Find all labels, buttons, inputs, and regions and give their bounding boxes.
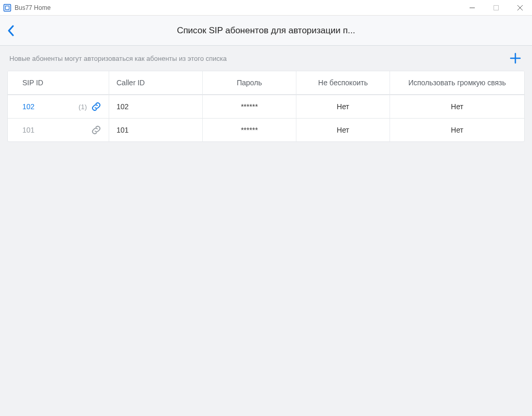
back-button[interactable]: [3, 23, 19, 38]
link-icon: [91, 101, 101, 112]
sip-id-value: 101: [22, 126, 34, 134]
maximize-button[interactable]: [484, 0, 508, 15]
table-row[interactable]: 101 101 ****** Нет Нет: [8, 118, 524, 141]
cell-dnd: Нет: [296, 95, 390, 118]
cell-speaker: Нет: [390, 119, 524, 141]
add-button[interactable]: [508, 51, 523, 66]
cell-sip-id: 102 (1): [8, 95, 109, 118]
table-row[interactable]: 102 (1) 102 ****** Нет Нет: [8, 95, 524, 118]
page-title: Список SIP абонентов для авторизации п..…: [0, 25, 532, 36]
info-text: Новые абоненты могут авторизоваться как …: [9, 55, 508, 62]
col-speaker: Использовать громкую связь: [390, 71, 524, 94]
window-controls: [460, 0, 532, 15]
cell-caller-id: 101: [109, 119, 203, 141]
cell-speaker: Нет: [390, 95, 524, 118]
cell-sip-id: 101: [8, 119, 109, 141]
cell-password: ******: [203, 95, 296, 118]
svg-rect-0: [4, 4, 11, 11]
link-icon: [91, 125, 101, 135]
linked-count: (1): [79, 103, 87, 111]
sip-id-value: 102: [22, 102, 34, 111]
sip-table: SIP ID Caller ID Пароль Не беспокоить Ис…: [7, 71, 525, 142]
cell-caller-id: 102: [109, 95, 203, 118]
svg-rect-3: [494, 5, 499, 10]
cell-dnd: Нет: [296, 119, 390, 141]
titlebar: Bus77 Home: [0, 0, 532, 16]
close-button[interactable]: [508, 0, 532, 15]
app-icon: [3, 4, 11, 12]
col-password: Пароль: [203, 71, 296, 94]
col-sip-id: SIP ID: [8, 71, 109, 94]
col-caller-id: Caller ID: [109, 71, 203, 94]
info-row: Новые абоненты могут авторизоваться как …: [0, 46, 532, 71]
cell-password: ******: [203, 119, 296, 141]
table-header-row: SIP ID Caller ID Пароль Не беспокоить Ис…: [8, 71, 524, 95]
page-header: Список SIP абонентов для авторизации п..…: [0, 16, 532, 46]
window-title: Bus77 Home: [15, 4, 50, 11]
col-dnd: Не беспокоить: [296, 71, 390, 94]
minimize-button[interactable]: [460, 0, 484, 15]
svg-rect-1: [6, 6, 9, 9]
